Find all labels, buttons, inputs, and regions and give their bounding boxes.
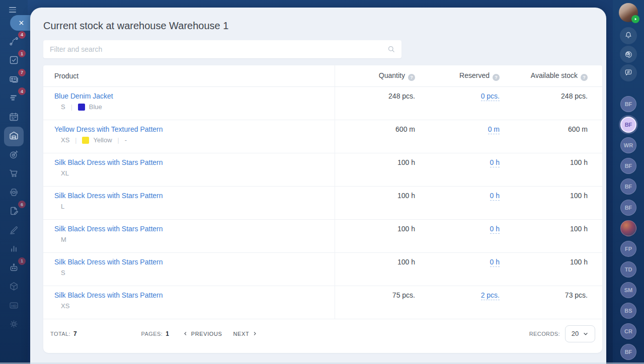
product-link[interactable]: Blue Denim Jacket <box>54 92 113 100</box>
quantity-cell: 600 m <box>334 120 421 153</box>
sidebar-item-warehouse[interactable] <box>4 127 24 146</box>
product-link[interactable]: Silk Black Dress with Stars Pattern <box>54 192 163 200</box>
reserved-cell: 0 h <box>421 253 506 286</box>
menu-icon[interactable] <box>9 7 16 13</box>
variant-label: M <box>61 236 66 243</box>
sidebar-item-document-edit[interactable]: 6 <box>4 202 24 222</box>
help-icon[interactable]: ? <box>581 74 588 81</box>
total-count: TOTAL: 7 <box>50 330 77 337</box>
variant-separator: | <box>75 137 76 144</box>
member-avatar[interactable]: BS <box>620 303 636 319</box>
cube-icon <box>9 281 19 294</box>
member-avatar[interactable]: BF <box>620 344 636 360</box>
sidebar-item-target[interactable] <box>4 146 24 165</box>
product-link[interactable]: Yellow Dress with Textured Pattern <box>54 125 163 133</box>
variant-label: - <box>125 136 127 144</box>
bar-chart-icon <box>9 243 19 256</box>
table-row: Silk Black Dress with Stars PatternXL100… <box>43 153 602 187</box>
sidebar-item-hd[interactable]: HD <box>4 297 24 316</box>
records-per-page-select[interactable]: 20 <box>565 325 595 342</box>
cart-icon <box>9 168 19 180</box>
reserved-link[interactable]: 0 h <box>490 192 500 201</box>
support-button[interactable] <box>620 46 637 63</box>
reserved-cell: 0 h <box>421 220 506 252</box>
help-icon[interactable]: ? <box>408 74 415 81</box>
variant-label: Blue <box>89 103 102 111</box>
product-link[interactable]: Silk Black Dress with Stars Pattern <box>54 291 163 299</box>
previous-page-button[interactable]: PREVIOUS <box>183 331 222 337</box>
color-swatch <box>82 137 89 144</box>
reserved-link[interactable]: 0 h <box>490 225 500 234</box>
search-input[interactable] <box>43 40 401 58</box>
available-stock-cell: 73 pcs. <box>506 286 602 319</box>
reserved-link[interactable]: 0 h <box>490 258 500 267</box>
route-icon <box>9 36 19 49</box>
member-avatar-photo[interactable] <box>620 220 636 236</box>
notifications-button[interactable] <box>620 27 637 44</box>
sidebar-item-filter-lines[interactable]: 4 <box>4 89 24 109</box>
reserved-cell: 0 h <box>421 153 506 186</box>
sidebar-item-tasks[interactable]: 1 <box>4 51 24 71</box>
sidebar-item-gear[interactable] <box>4 315 24 335</box>
pages-count: PAGES: 1 <box>141 330 169 337</box>
variant-separator: | <box>71 104 72 111</box>
next-page-button[interactable]: NEXT <box>233 331 257 337</box>
device-icon <box>9 187 19 200</box>
product-cell: Silk Black Dress with Stars PatternM <box>43 220 334 252</box>
table-header: Product Quantity? Reserved? Available st… <box>43 65 602 87</box>
member-avatar[interactable]: CR <box>620 323 636 339</box>
reserved-link[interactable]: 0 m <box>488 125 500 134</box>
reserved-link[interactable]: 2 pcs. <box>481 291 500 300</box>
chevron-left-icon <box>183 331 188 336</box>
sidebar-item-route[interactable]: 4 <box>4 33 24 52</box>
sidebar-item-bar-chart[interactable] <box>4 240 24 259</box>
sidebar-item-device[interactable] <box>4 184 24 203</box>
close-panel-button[interactable] <box>10 15 32 31</box>
help-icon[interactable]: ? <box>493 74 500 81</box>
member-initials: BF <box>625 205 632 211</box>
column-header-reserved: Reserved? <box>421 71 506 81</box>
reserved-link[interactable]: 0 h <box>490 158 500 167</box>
bell-icon <box>624 31 633 41</box>
available-stock-cell: 100 h <box>506 187 602 219</box>
variant-info: S <box>54 269 334 277</box>
user-avatar[interactable] <box>619 3 638 22</box>
sidebar-item-cart[interactable] <box>4 164 24 184</box>
product-link[interactable]: Silk Black Dress with Stars Pattern <box>54 225 163 233</box>
product-cell: Silk Black Dress with Stars PatternXS <box>43 286 334 319</box>
reserved-link[interactable]: 0 pcs. <box>481 92 500 101</box>
table-row: Yellow Dress with Textured PatternXS|Yel… <box>43 120 602 153</box>
quantity-cell: 100 h <box>334 153 421 186</box>
variant-info: L <box>54 203 334 210</box>
member-avatar[interactable]: FP <box>620 241 636 257</box>
notification-badge: 1 <box>18 50 26 57</box>
target-icon <box>9 149 19 162</box>
product-link[interactable]: Silk Black Dress with Stars Pattern <box>54 258 163 266</box>
member-avatar[interactable]: BF <box>620 178 636 195</box>
variant-label: S <box>61 103 65 111</box>
sidebar-item-robot[interactable]: 1 <box>4 259 24 279</box>
available-stock-cell: 100 h <box>506 253 602 286</box>
sidebar-item-id-card[interactable]: 7 <box>4 70 24 90</box>
member-avatar[interactable]: SM <box>620 282 636 298</box>
member-avatar[interactable]: TD <box>620 261 636 278</box>
variant-label: XS <box>61 302 69 310</box>
member-avatar[interactable]: WR <box>620 137 636 153</box>
chat-button[interactable] <box>620 64 637 81</box>
product-link[interactable]: Silk Black Dress with Stars Pattern <box>54 158 163 166</box>
sidebar-item-pencil[interactable] <box>4 221 24 241</box>
quantity-cell: 75 pcs. <box>334 286 421 319</box>
calendar-icon <box>9 112 19 124</box>
sidebar-item-cube[interactable] <box>4 278 24 297</box>
reserved-cell: 0 h <box>421 187 506 219</box>
member-avatar[interactable]: BF <box>620 96 636 112</box>
member-avatar[interactable]: BF <box>620 200 636 216</box>
notification-badge: 4 <box>18 87 26 95</box>
swirl-icon <box>624 49 633 60</box>
sidebar-item-calendar[interactable] <box>4 108 24 128</box>
member-avatar[interactable]: BF <box>620 158 636 174</box>
member-avatar[interactable]: BF <box>620 117 636 133</box>
svg-text:HD: HD <box>11 303 17 308</box>
column-header-product: Product <box>43 72 334 80</box>
table-footer: TOTAL: 7 PAGES: 1 PREVIOUS NEXT RECORDS: <box>43 319 602 353</box>
